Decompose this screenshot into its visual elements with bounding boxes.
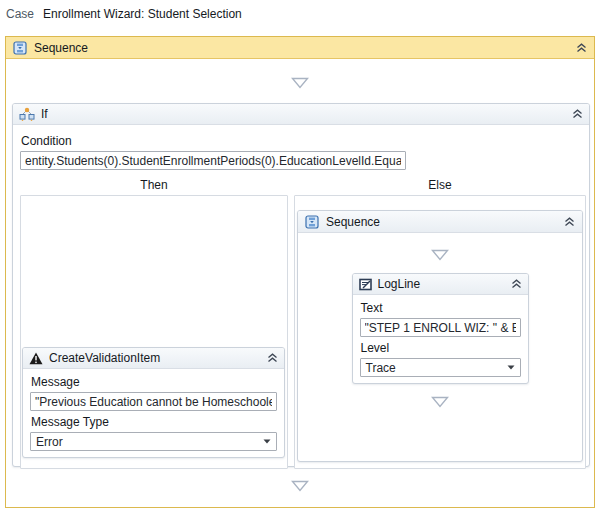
else-sequence-body: LogLine Text (298, 233, 582, 408)
collapse-chevron-icon[interactable] (267, 353, 278, 363)
dropdown-arrow-icon (263, 439, 271, 444)
then-drop-zone[interactable]: CreateValidationItem Message Message (20, 195, 288, 469)
sequence-icon (13, 41, 27, 55)
then-label: Then (20, 176, 288, 195)
message-type-label: Message Type (31, 415, 277, 429)
logline-activity[interactable]: LogLine Text (352, 273, 529, 384)
collapse-chevron-icon[interactable] (576, 43, 587, 53)
if-activity[interactable]: If Condition Then (12, 103, 590, 467)
breadcrumb-workflow-title[interactable]: Enrollment Wizard: Student Selection (43, 7, 242, 21)
text-label: Text (361, 301, 521, 315)
text-input[interactable] (360, 318, 521, 337)
if-title: If (41, 107, 566, 121)
drop-target-triangle[interactable] (431, 396, 449, 408)
create-validation-item-activity[interactable]: CreateValidationItem Message Message (22, 347, 285, 458)
message-type-select[interactable]: Error (30, 432, 277, 451)
drop-target-triangle[interactable] (431, 249, 449, 261)
else-label: Else (294, 176, 586, 195)
collapse-chevron-icon[interactable] (564, 217, 575, 227)
create-validation-item-body: Message Message Type Error (23, 369, 284, 457)
if-body: Condition Then (13, 125, 589, 477)
message-label: Message (31, 375, 277, 389)
outer-sequence-header[interactable]: Sequence (6, 37, 594, 59)
breadcrumb-case-label: Case (6, 7, 34, 21)
else-drop-zone[interactable]: Sequence (294, 195, 586, 469)
then-branch: Then (20, 176, 288, 469)
level-select[interactable]: Trace (360, 358, 521, 377)
else-sequence-activity[interactable]: Sequence (297, 210, 583, 462)
logline-header[interactable]: LogLine (353, 274, 528, 295)
warning-triangle-icon (29, 352, 43, 365)
condition-input[interactable] (20, 151, 406, 170)
outer-sequence-activity[interactable]: Sequence (5, 36, 595, 508)
workflow-designer-canvas: Case Enrollment Wizard: Student Selectio… (0, 0, 602, 516)
message-input[interactable] (30, 392, 277, 411)
breadcrumb: Case Enrollment Wizard: Student Selectio… (6, 7, 242, 21)
level-value: Trace (366, 361, 396, 375)
else-sequence-title: Sequence (326, 215, 557, 229)
else-branch: Else (294, 176, 586, 469)
outer-sequence-title: Sequence (34, 41, 569, 55)
logline-title: LogLine (378, 277, 505, 291)
condition-label: Condition (21, 134, 586, 148)
collapse-chevron-icon[interactable] (511, 279, 522, 289)
if-branch-icon (19, 107, 35, 121)
collapse-chevron-icon[interactable] (572, 109, 583, 119)
create-validation-item-header[interactable]: CreateValidationItem (23, 348, 284, 369)
dropdown-arrow-icon (507, 365, 515, 370)
drop-target-triangle[interactable] (291, 480, 309, 492)
sequence-icon (305, 215, 319, 229)
create-validation-item-title: CreateValidationItem (49, 351, 261, 365)
drop-target-triangle[interactable] (291, 77, 309, 89)
if-branches: Then (20, 176, 586, 469)
level-label: Level (361, 341, 521, 355)
if-header[interactable]: If (13, 104, 589, 125)
logline-body: Text Level Trace (353, 295, 528, 383)
else-sequence-header[interactable]: Sequence (298, 211, 582, 233)
document-pen-icon (359, 278, 372, 291)
message-type-value: Error (36, 435, 63, 449)
outer-sequence-body: If Condition Then (6, 59, 594, 508)
